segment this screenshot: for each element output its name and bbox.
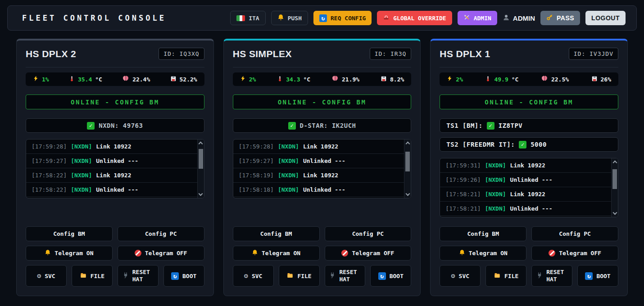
- config-pc-button[interactable]: Config PC: [531, 226, 618, 241]
- language-button[interactable]: ITA: [230, 11, 265, 25]
- divider: [233, 67, 412, 68]
- italy-flag-icon: [236, 15, 245, 21]
- scrollbar-thumb[interactable]: [405, 152, 410, 171]
- boot-button[interactable]: ↻BOOT: [370, 265, 411, 287]
- reset-hat-button[interactable]: RESET HAT: [325, 265, 366, 287]
- refresh-icon: ↻: [319, 14, 327, 22]
- log-panel[interactable]: [17:59:28][NXDN]Link 10922 [17:59:27][NX…: [26, 139, 204, 198]
- link-value: 5000: [531, 141, 547, 148]
- log-row: [17:59:28][NXDN]Link 10922: [233, 140, 404, 154]
- link-row-ts2: TS2 [FREEDMR IT]: ✓ 5000: [440, 137, 618, 152]
- boot-button[interactable]: ↻BOOT: [577, 265, 618, 287]
- log-panel[interactable]: [17:59:31][NXDN]Link 10922 [17:59:26][NX…: [440, 158, 618, 217]
- telegram-on-button[interactable]: Telegram ON: [233, 246, 320, 261]
- pass-button[interactable]: PASS: [540, 11, 580, 25]
- scroll-up-icon[interactable]: [405, 142, 410, 146]
- telegram-on-button[interactable]: Telegram ON: [440, 246, 526, 261]
- divider: [440, 67, 618, 68]
- telegram-off-button[interactable]: Telegram OFF: [118, 246, 204, 261]
- cpu-stat: 22.5%: [541, 75, 569, 83]
- thermometer-icon: [69, 75, 75, 84]
- config-pc-button[interactable]: Config PC: [118, 226, 204, 241]
- svc-button[interactable]: ⚙SVC: [233, 265, 274, 287]
- key-icon: [546, 14, 553, 22]
- svc-button[interactable]: ⚙SVC: [440, 265, 481, 287]
- file-button[interactable]: FILE: [279, 265, 320, 287]
- admin-button-label: ADMIN: [474, 15, 491, 22]
- file-button[interactable]: FILE: [72, 265, 113, 287]
- bolt-icon: [240, 75, 246, 83]
- config-pc-button[interactable]: Config PC: [325, 226, 412, 241]
- scroll-up-icon[interactable]: [612, 161, 617, 165]
- logout-button[interactable]: LOGOUT: [585, 11, 626, 25]
- file-button[interactable]: FILE: [485, 265, 526, 287]
- check-icon: ✓: [519, 141, 526, 148]
- person-icon: [503, 14, 510, 22]
- scrollbar-track[interactable]: [198, 146, 204, 191]
- scroll-down-icon[interactable]: [612, 211, 617, 215]
- scrollbar-thumb[interactable]: [612, 169, 617, 189]
- config-bm-button[interactable]: Config BM: [440, 226, 526, 241]
- plug-icon: [329, 272, 336, 280]
- log-panel[interactable]: [17:59:28][NXDN]Link 10922 [17:59:27][NX…: [233, 139, 412, 198]
- pass-label: PASS: [557, 14, 574, 22]
- memory-stat: 8.2%: [381, 76, 404, 83]
- device-card-hs-dplx-1: HS DPLX 1 ID: IV3JDV 2% 49.9°C 22.5% 26%…: [430, 39, 628, 296]
- link-label: TS2 [FREEDMR IT]:: [446, 141, 515, 148]
- folder-icon: [286, 272, 294, 280]
- admin-button[interactable]: ADMIN: [458, 11, 497, 25]
- bolt-icon: [33, 75, 39, 83]
- bell-icon: [252, 249, 258, 257]
- scroll-down-icon[interactable]: [199, 192, 203, 196]
- log-row: [17:58:21][NXDN]Link 10922: [440, 187, 611, 202]
- boot-button[interactable]: ↻BOOT: [163, 265, 204, 287]
- card-actions: Config BM Config PC Telegram ON Telegram…: [233, 222, 412, 287]
- folder-icon: [80, 272, 87, 280]
- config-bm-button[interactable]: Config BM: [26, 226, 113, 241]
- bell-icon: [277, 14, 284, 22]
- link-text: D-STAR: IK2UCH: [300, 122, 356, 129]
- link-row: ✓ D-STAR: IK2UCH: [233, 118, 412, 133]
- scrollbar[interactable]: [197, 140, 204, 198]
- cpu-stat: 21.9%: [331, 75, 359, 83]
- log-row: [17:59:26][NXDN]Unlinked ---: [440, 173, 611, 187]
- scrollbar[interactable]: [404, 140, 411, 198]
- scroll-up-icon[interactable]: [199, 142, 203, 146]
- check-icon: ✓: [288, 122, 296, 130]
- tools-icon: [463, 14, 470, 22]
- push-button[interactable]: PUSH: [271, 11, 308, 25]
- req-config-button[interactable]: ↻ REQ CONFIG: [313, 11, 372, 25]
- log-row: [17:59:31][NXDN]Link 10922: [440, 158, 611, 173]
- config-bm-button[interactable]: Config BM: [233, 226, 320, 241]
- memory-stat: 52.2%: [170, 76, 197, 83]
- log-row: [17:58:22][NXDN]Unlinked ---: [26, 183, 197, 197]
- reset-hat-button[interactable]: RESET HAT: [531, 265, 572, 287]
- scrollbar[interactable]: [611, 158, 618, 217]
- log-row: [17:59:27][NXDN]Unlinked ---: [233, 154, 404, 168]
- gear-icon: ⚙: [451, 273, 455, 279]
- log-lines: [17:59:28][NXDN]Link 10922 [17:59:27][NX…: [26, 140, 197, 198]
- link-text: NXDN: 49763: [99, 122, 143, 129]
- temperature-stat: 34.3°C: [277, 75, 310, 84]
- log-row: [17:59:28][NXDN]Link 10922: [26, 140, 197, 154]
- scrollbar-thumb[interactable]: [199, 149, 203, 169]
- link-label: TS1 [BM]:: [446, 122, 482, 129]
- language-label: ITA: [249, 15, 259, 22]
- reset-hat-button[interactable]: RESET HAT: [118, 265, 159, 287]
- telegram-off-button[interactable]: Telegram OFF: [325, 246, 412, 261]
- req-config-label: REQ CONFIG: [331, 15, 366, 22]
- svc-button[interactable]: ⚙SVC: [26, 265, 67, 287]
- scrollbar-track[interactable]: [404, 146, 411, 191]
- telegram-off-button[interactable]: Telegram OFF: [531, 246, 618, 261]
- global-override-button[interactable]: GLOBAL OVERRIDE: [377, 11, 452, 25]
- temperature-stat: 35.4°C: [69, 75, 102, 84]
- telegram-on-button[interactable]: Telegram ON: [26, 246, 113, 261]
- refresh-icon: ↻: [378, 272, 386, 280]
- thermometer-icon: [277, 75, 283, 84]
- log-row: [17:57:20][NXDN]Link 10922: [440, 216, 611, 217]
- no-entry-icon: [341, 250, 348, 256]
- scroll-down-icon[interactable]: [405, 192, 410, 196]
- log-row: [17:58:18][NXDN]Unlinked ---: [233, 183, 404, 197]
- battery-stat: 2%: [240, 75, 256, 83]
- scrollbar-track[interactable]: [612, 165, 618, 210]
